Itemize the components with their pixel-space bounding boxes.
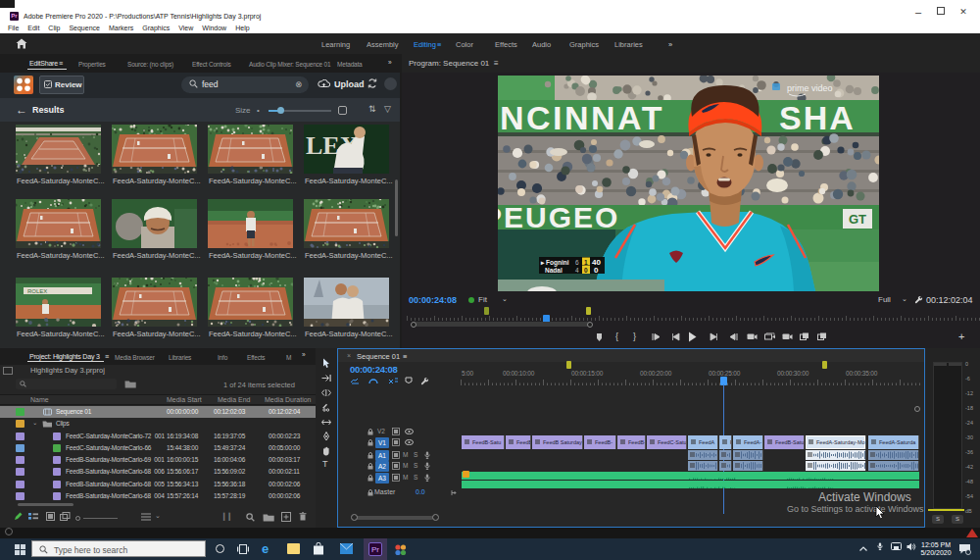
svg-text:PEUGEO: PEUGEO — [498, 201, 619, 233]
svg-text:4: 4 — [575, 267, 579, 274]
svg-text:1: 1 — [584, 259, 588, 266]
svg-text:0: 0 — [584, 267, 588, 274]
svg-text:Nadal: Nadal — [545, 267, 563, 274]
svg-text:▸ Fognini: ▸ Fognini — [540, 259, 569, 267]
svg-text:INCINNAT: INCINNAT — [498, 99, 664, 136]
svg-text:6: 6 — [575, 259, 579, 266]
svg-text:SHA: SHA — [779, 99, 856, 136]
svg-text:prime video: prime video — [787, 83, 833, 93]
svg-text:ROLEX: ROLEX — [27, 288, 47, 294]
svg-text:GT: GT — [849, 212, 866, 227]
svg-text:0: 0 — [594, 266, 599, 275]
